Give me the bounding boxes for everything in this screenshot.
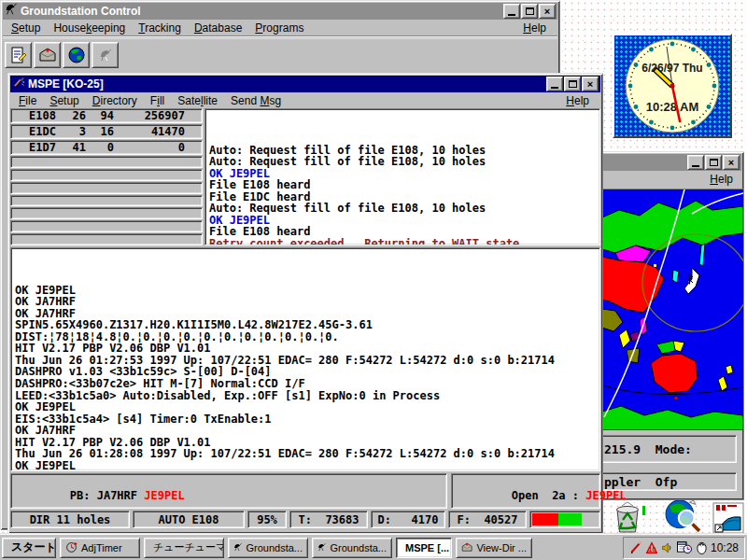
menu-item[interactable]: Housekeeping — [47, 21, 132, 35]
mail-dir-button[interactable] — [34, 42, 61, 68]
calendar-clock-icon[interactable] — [676, 540, 693, 554]
taskbar-button-mspe[interactable]: MSPE [... — [396, 538, 452, 558]
taskbar-button-viewdir[interactable]: View-Dir ... — [456, 538, 532, 558]
event-log: Auto: Request fill of file E108, 10 hole… — [204, 108, 600, 245]
minimize-button[interactable] — [503, 4, 520, 19]
taskbar-button-adjtimer[interactable]: AdjTimer — [60, 538, 140, 558]
menu-item[interactable]: Satellite — [171, 93, 224, 108]
file-col2: 16 — [86, 125, 114, 138]
groundstation-toolbar — [3, 38, 557, 71]
file-row[interactable] — [10, 220, 203, 232]
taskbar: スタート AdjTimer チューチューマ... Groundsta... Gr… — [0, 534, 747, 560]
start-button[interactable]: スタート — [2, 538, 56, 558]
status-auto: AUTO E108 — [133, 511, 245, 528]
open-label: Open 2a : — [512, 489, 585, 502]
close-button[interactable]: × — [723, 155, 740, 170]
file-col3: 256907 — [114, 109, 185, 122]
close-button[interactable]: × — [582, 77, 599, 91]
menu-item[interactable]: Programs — [248, 21, 310, 35]
timer-icon — [65, 541, 78, 553]
file-row[interactable] — [10, 207, 203, 219]
atok-icon[interactable]: 10 — [645, 541, 658, 554]
status-dir: DIR 11 holes — [10, 511, 130, 528]
start-label: スタート — [11, 539, 56, 555]
pb-row: PB: JA7HRF JE9PEL Open 2a : JE9PEL — [10, 473, 600, 509]
status-d: D: 4170 — [371, 511, 445, 528]
tracking-map — [601, 189, 743, 430]
terminal-line: OK JE9PEL — [15, 460, 596, 471]
terminal-line: OK JE9PEL — [15, 285, 596, 297]
pen-icon[interactable] — [629, 541, 642, 554]
msn-icon[interactable] — [712, 502, 745, 538]
recycle-bin-icon[interactable] — [605, 500, 650, 538]
file-col1: 41 — [56, 141, 86, 154]
terminal-line: DASHPRO:<33b07c2e> HIT M-[7] Normal:CCD … — [15, 378, 596, 390]
tray-clock[interactable]: 10:28 — [711, 541, 739, 554]
file-row[interactable]: E108 26 94 256907 — [10, 108, 203, 123]
mspe-titlebar[interactable]: MSPE [KO-25] × — [10, 76, 600, 92]
groundstation-titlebar[interactable]: Groundstation Control × — [3, 3, 557, 20]
file-row[interactable] — [10, 195, 203, 207]
file-col2: 94 — [86, 109, 114, 122]
internet-globe-icon[interactable] — [655, 498, 708, 538]
pb-callsign: JE9PEL — [144, 489, 184, 502]
minimize-button[interactable] — [687, 155, 704, 170]
menu-item[interactable]: Setup — [43, 93, 85, 108]
form-icon — [9, 46, 28, 64]
file-row[interactable] — [10, 233, 203, 245]
menu-item[interactable]: Send Msg — [224, 93, 288, 108]
file-name: E1DC — [11, 125, 56, 138]
log-line: Auto: Request fill of file E108, 10 hole… — [209, 203, 596, 215]
system-tray: 10 10:28 — [623, 537, 745, 559]
log-line: Auto: Request fill of file E108, 10 hole… — [209, 156, 596, 168]
edit-form-button[interactable] — [5, 42, 32, 68]
close-button[interactable]: × — [539, 4, 556, 19]
clock-widget: 6/26/97 Thu 10:28 AM — [613, 34, 732, 138]
clock-date: 6/26/97 Thu — [641, 62, 702, 75]
menu-item[interactable]: Setup — [5, 21, 47, 35]
menu-item[interactable]: File — [12, 93, 43, 108]
brush-icon — [12, 76, 25, 92]
taskbar-button-groundstation-2[interactable]: Groundsta... — [312, 538, 392, 558]
menu-item[interactable]: Database — [188, 21, 248, 35]
tracking-readout-doppler: ppler Ofp — [592, 472, 737, 491]
menu-item[interactable]: Directory — [86, 93, 144, 108]
envelope-icon — [461, 541, 472, 553]
menu-item-help[interactable]: Help — [516, 21, 553, 35]
open-status-box: Open 2a : JE9PEL — [451, 473, 600, 509]
globe-button[interactable] — [63, 42, 90, 68]
taskbar-button-chuchu[interactable]: チューチューマ... — [144, 538, 224, 558]
groundstation-marker — [654, 264, 656, 267]
file-row[interactable]: E1DC 3 16 41470 — [10, 124, 203, 139]
menu-item-help[interactable]: Help — [703, 172, 740, 187]
file-row[interactable] — [10, 156, 203, 168]
file-name: E108 — [11, 109, 56, 122]
desktop: Groundstation Control × SetupHousekeepin… — [0, 0, 747, 560]
file-col2: 0 — [86, 141, 114, 154]
file-col3: 0 — [114, 141, 185, 154]
maximize-button[interactable] — [564, 77, 581, 91]
menu-item[interactable]: Tracking — [132, 21, 188, 35]
progress-green-segment — [558, 513, 582, 525]
menu-item-help[interactable]: Help — [559, 93, 596, 108]
minimize-button[interactable] — [546, 77, 563, 91]
groundstation-title: Groundstation Control — [21, 5, 500, 18]
log-line: File E108 heard — [209, 179, 596, 191]
envelope-icon — [38, 46, 57, 64]
maximize-button[interactable] — [705, 155, 722, 170]
terminal-line: OK JA7HRF — [15, 425, 596, 437]
taskbar-button-groundstation-1[interactable]: Groundsta... — [228, 538, 308, 558]
menu-item[interactable]: Fill — [144, 93, 171, 108]
mspe-title: MSPE [KO-25] — [28, 77, 543, 91]
maximize-button[interactable] — [521, 4, 538, 19]
volume-icon[interactable] — [661, 541, 673, 554]
file-row[interactable]: E1D7 41 0 0 — [10, 140, 203, 155]
terminal-line: EIS:<33b1c5a4> [s4] Timer:0 TxEnable:1 — [15, 413, 596, 426]
file-row[interactable] — [10, 182, 203, 194]
satellite-dish-icon — [233, 541, 242, 553]
file-list: E108 26 94 256907 E1DC 3 16 41470 E1D7 — [10, 108, 203, 245]
progress-red-segment — [532, 513, 558, 525]
disabled-tool-button — [92, 42, 119, 68]
file-row[interactable] — [10, 169, 203, 181]
penguin-icon[interactable] — [696, 540, 708, 554]
